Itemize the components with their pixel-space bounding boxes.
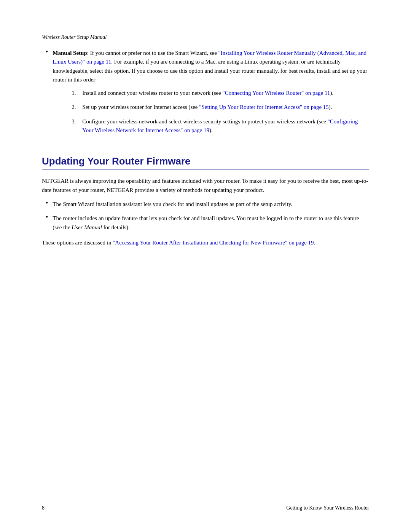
firmware-bullet-1: • The Smart Wizard installation assistan…	[42, 200, 369, 209]
firmware-bullet-2: • The router includes an update feature …	[42, 214, 369, 232]
accessing-router-link[interactable]: "Accessing Your Router After Installatio…	[113, 240, 314, 246]
item-3-before: Configure your wireless network and sele…	[82, 118, 327, 125]
numbered-list: 1. Install and connect your wireless rou…	[72, 89, 369, 135]
item-2-after: ).	[329, 104, 332, 110]
firmware-italic: User Manual	[72, 224, 102, 230]
manual-setup-before-link: : If you cannot or prefer not to use the…	[87, 50, 218, 56]
firmware-text-2-after: for details).	[102, 224, 130, 230]
firmware-bullets-section: • The Smart Wizard installation assistan…	[42, 200, 369, 232]
firmware-bullet-2-text: The router includes an update feature th…	[53, 214, 369, 232]
item-2-before: Set up your wireless router for Internet…	[82, 104, 199, 110]
bullet-dot-1: •	[46, 199, 48, 207]
item-1-before: Install and connect your wireless router…	[82, 90, 222, 96]
page-header: Wireless Router Setup Manual	[42, 34, 369, 40]
header-label: Wireless Router Setup Manual	[42, 34, 107, 40]
item-3-after: ).	[209, 127, 213, 133]
manual-setup-text: Manual Setup: If you cannot or prefer no…	[53, 49, 369, 140]
manual-setup-section: • Manual Setup: If you cannot or prefer …	[42, 49, 369, 140]
manual-setup-bullet: • Manual Setup: If you cannot or prefer …	[42, 49, 369, 140]
numbered-item-3: 3. Configure your wireless network and s…	[72, 117, 369, 135]
numbered-item-1: 1. Install and connect your wireless rou…	[72, 89, 369, 97]
closing-paragraph: These options are discussed in "Accessin…	[42, 238, 369, 247]
item-2-number: 2.	[72, 103, 82, 112]
manual-setup-label: Manual Setup	[53, 50, 87, 56]
bullet-dot-2: •	[46, 213, 48, 221]
numbered-item-2: 2. Set up your wireless router for Inter…	[72, 103, 369, 112]
footer-page-number: 8	[42, 505, 45, 511]
page-footer: 8 Getting to Know Your Wireless Router	[42, 505, 369, 511]
firmware-text-1: The Smart Wizard installation assistant …	[53, 201, 292, 207]
item-1-number: 1.	[72, 89, 82, 97]
item-1-text: Install and connect your wireless router…	[82, 89, 333, 97]
closing-before: These options are discussed in	[42, 240, 113, 246]
footer-section-title: Getting to Know Your Wireless Router	[286, 505, 369, 511]
connecting-wireless-link[interactable]: "Connecting Your Wireless Router" on pag…	[223, 90, 330, 96]
item-3-number: 3.	[72, 117, 82, 126]
item-3-text: Configure your wireless network and sele…	[82, 117, 369, 135]
setting-up-router-link[interactable]: "Setting Up Your Router for Internet Acc…	[199, 104, 329, 110]
section-heading: Updating Your Router Firmware	[42, 155, 369, 169]
page: Wireless Router Setup Manual • Manual Se…	[0, 0, 411, 532]
closing-after: .	[314, 240, 315, 246]
item-1-after: ).	[330, 90, 333, 96]
bullet-dot: •	[46, 48, 48, 56]
firmware-bullet-1-text: The Smart Wizard installation assistant …	[53, 200, 292, 209]
item-2-text: Set up your wireless router for Internet…	[82, 103, 332, 112]
intro-paragraph: NETGEAR is always improving the operabil…	[42, 176, 369, 195]
